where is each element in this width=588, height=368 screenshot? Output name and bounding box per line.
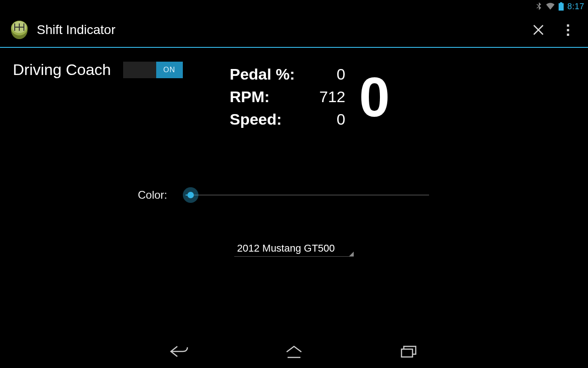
driving-coach-label: Driving Coach bbox=[13, 61, 111, 79]
rpm-label: RPM: bbox=[230, 88, 295, 106]
action-bar: Shift Indicator bbox=[0, 13, 588, 48]
battery-icon bbox=[559, 2, 564, 11]
slider-track bbox=[186, 195, 429, 196]
gauge-block: Pedal %: 0 RPM: 712 Speed: 0 0 bbox=[230, 65, 390, 128]
pedal-value: 0 bbox=[309, 65, 345, 83]
bluetooth-icon bbox=[536, 2, 542, 11]
slider-thumb bbox=[183, 187, 198, 203]
nav-recents-button[interactable] bbox=[395, 340, 423, 362]
nav-back-button[interactable] bbox=[165, 340, 193, 362]
overflow-menu-button[interactable] bbox=[557, 19, 579, 41]
home-icon bbox=[285, 345, 303, 358]
speed-value: 0 bbox=[309, 110, 345, 128]
back-icon bbox=[169, 345, 189, 358]
page-title: Shift Indicator bbox=[37, 23, 520, 37]
color-slider[interactable] bbox=[186, 186, 429, 204]
gear-value: 0 bbox=[359, 69, 390, 125]
wifi-icon bbox=[546, 3, 555, 10]
navigation-bar bbox=[0, 335, 588, 368]
overflow-icon bbox=[567, 24, 569, 36]
color-row: Color: bbox=[138, 186, 429, 204]
dropdown-caret-icon bbox=[349, 252, 354, 256]
switch-thumb: ON bbox=[156, 62, 183, 78]
gauge-table: Pedal %: 0 RPM: 712 Speed: 0 bbox=[230, 65, 345, 128]
close-icon bbox=[532, 24, 544, 36]
recents-icon bbox=[400, 345, 418, 358]
status-clock: 8:17 bbox=[567, 2, 584, 12]
svg-rect-1 bbox=[560, 2, 562, 3]
color-label: Color: bbox=[138, 189, 167, 201]
rpm-value: 712 bbox=[309, 88, 345, 106]
pedal-label: Pedal %: bbox=[230, 65, 295, 83]
nav-home-button[interactable] bbox=[280, 340, 308, 362]
speed-label: Speed: bbox=[230, 110, 295, 128]
driving-coach-switch[interactable]: ON bbox=[123, 62, 183, 78]
vehicle-selected: 2012 Mustang GT500 bbox=[237, 242, 345, 254]
content-area: Driving Coach ON Pedal %: 0 RPM: 712 Spe… bbox=[0, 48, 588, 335]
app-icon bbox=[9, 20, 29, 40]
svg-rect-0 bbox=[559, 3, 564, 11]
vehicle-dropdown[interactable]: 2012 Mustang GT500 bbox=[234, 236, 354, 257]
close-button[interactable] bbox=[527, 19, 549, 41]
status-bar: 8:17 bbox=[0, 0, 588, 13]
svg-rect-11 bbox=[401, 349, 413, 357]
